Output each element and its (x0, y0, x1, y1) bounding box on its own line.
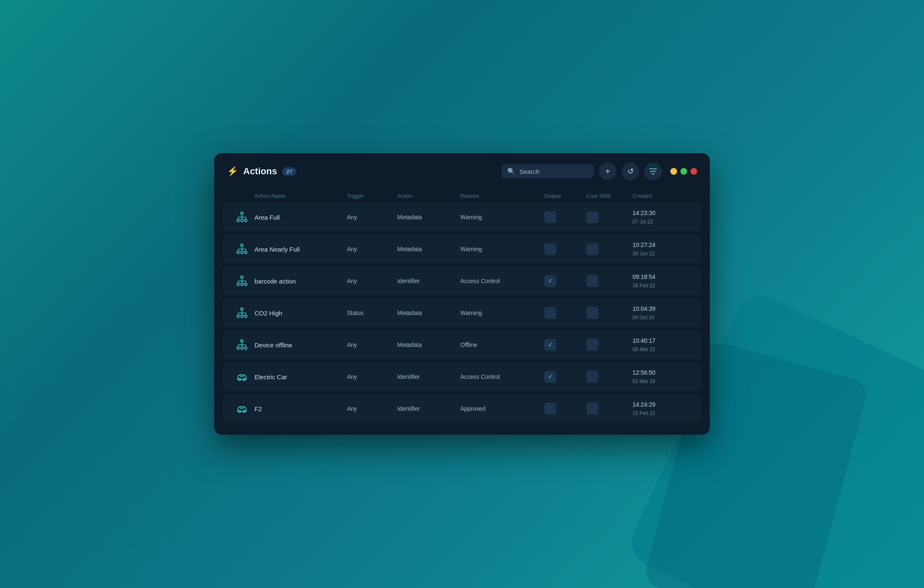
sms-cell[interactable] (586, 307, 633, 319)
created-cell: 10:04:39 04 Oct 24 (633, 304, 700, 322)
col-reason: Reason (460, 193, 544, 199)
table-row[interactable]: Area Full Any Metadata Warning 14:23:30 … (223, 203, 701, 231)
output-checkbox[interactable] (544, 211, 556, 223)
car-icon (229, 404, 255, 413)
app-window: ⚡ Actions 27 🔍 ✕ + ↺ (214, 153, 710, 435)
output-checkbox[interactable] (544, 243, 556, 255)
svg-point-19 (237, 283, 239, 286)
svg-point-18 (241, 276, 243, 278)
created-cell: 10:27:24 30 Jun 22 (633, 240, 700, 258)
car-icon (229, 372, 255, 381)
svg-point-28 (237, 315, 239, 318)
search-input[interactable] (520, 168, 599, 175)
action-name: Area Full (255, 214, 347, 221)
table-row[interactable]: F2 Any Identifier Approved 14:24:29 15 F… (223, 394, 701, 423)
svg-point-27 (241, 308, 243, 310)
col-trigger: Trigger (347, 193, 397, 199)
svg-point-36 (241, 340, 243, 342)
table-row[interactable]: CO2 High Status Metadata Warning 10:04:3… (223, 299, 701, 327)
add-button[interactable]: + (599, 163, 617, 180)
green-dot (680, 168, 687, 175)
trigger-cell: Any (347, 214, 397, 220)
table-row[interactable]: Area Nearly Full Any Metadata Warning 10… (223, 235, 701, 263)
svg-point-39 (244, 347, 247, 349)
output-cell[interactable] (544, 307, 586, 319)
output-checkbox[interactable]: ✓ (544, 371, 556, 383)
table-row[interactable]: Electric Car Any Identifier Access Contr… (223, 362, 701, 391)
yellow-dot (670, 168, 677, 175)
reason-cell: Access Control (460, 278, 544, 284)
sms-cell[interactable] (586, 339, 633, 351)
output-cell[interactable]: ✓ (544, 371, 586, 383)
svg-point-0 (241, 212, 243, 215)
lightning-icon: ⚡ (227, 166, 238, 177)
reason-cell: Warning (460, 214, 544, 220)
hierarchy-icon (229, 275, 255, 287)
sms-checkbox[interactable] (586, 211, 598, 223)
output-cell[interactable] (544, 211, 586, 223)
sms-checkbox[interactable] (586, 403, 598, 415)
action-cell: Identifier (397, 373, 460, 380)
header: ⚡ Actions 27 🔍 ✕ + ↺ (214, 153, 710, 189)
reason-cell: Approved (460, 405, 544, 412)
action-cell: Identifier (397, 405, 460, 412)
action-cell: Metadata (397, 246, 460, 252)
output-cell[interactable] (544, 243, 586, 255)
sms-checkbox[interactable] (586, 307, 598, 319)
sms-cell[interactable] (586, 275, 633, 287)
reason-cell: Access Control (460, 373, 544, 380)
output-cell[interactable] (544, 403, 586, 415)
svg-point-9 (241, 244, 243, 247)
created-cell: 14:23:30 07 Jul 22 (633, 208, 700, 226)
action-cell: Metadata (397, 310, 460, 316)
filter-icon (649, 168, 657, 174)
trigger-cell: Any (347, 405, 397, 412)
sms-cell[interactable] (586, 403, 633, 415)
svg-point-1 (237, 219, 239, 222)
output-cell[interactable]: ✓ (544, 275, 586, 287)
sms-cell[interactable] (586, 211, 633, 223)
search-box[interactable]: 🔍 ✕ (501, 164, 594, 178)
svg-point-10 (237, 251, 239, 254)
filter-button[interactable] (644, 163, 662, 180)
col-created: Created (633, 193, 700, 199)
reason-cell: Offline (460, 341, 544, 348)
trigger-cell: Status (347, 310, 397, 316)
sms-checkbox[interactable] (586, 339, 598, 351)
sms-checkbox[interactable] (586, 275, 598, 287)
action-cell: Metadata (397, 214, 460, 220)
svg-point-37 (237, 347, 239, 349)
hierarchy-icon (229, 339, 255, 351)
col-cust-sms: Cust SMS (586, 193, 633, 199)
refresh-button[interactable]: ↺ (622, 163, 639, 180)
action-name: CO2 High (255, 310, 347, 317)
output-cell[interactable]: ✓ (544, 339, 586, 351)
output-checkbox[interactable]: ✓ (544, 339, 556, 351)
window-controls (670, 168, 697, 175)
red-dot (690, 168, 697, 175)
svg-point-38 (241, 347, 243, 349)
reason-cell: Warning (460, 246, 544, 252)
output-checkbox[interactable] (544, 307, 556, 319)
hierarchy-icon (229, 243, 255, 255)
actions-count-badge: 27 (282, 167, 297, 176)
sms-checkbox[interactable] (586, 243, 598, 255)
svg-point-2 (241, 219, 243, 222)
svg-point-12 (244, 251, 247, 254)
table-row[interactable]: Device offline Any Metadata Offline ✓ 10… (223, 331, 701, 359)
reason-cell: Warning (460, 310, 544, 316)
created-cell: 09:18:54 16 Feb 22 (633, 272, 700, 290)
header-right: 🔍 ✕ + ↺ (501, 163, 697, 180)
svg-point-21 (244, 283, 247, 286)
svg-point-29 (241, 315, 243, 318)
output-checkbox[interactable] (544, 403, 556, 415)
action-name: barcode action (255, 278, 347, 285)
table-row[interactable]: barcode action Any Identifier Access Con… (223, 267, 701, 295)
created-cell: 12:56:50 01 Mar 24 (633, 368, 700, 386)
sms-cell[interactable] (586, 243, 633, 255)
trigger-cell: Any (347, 341, 397, 348)
output-checkbox[interactable]: ✓ (544, 275, 556, 287)
sms-cell[interactable] (586, 371, 633, 383)
svg-point-30 (244, 315, 247, 318)
sms-checkbox[interactable] (586, 371, 598, 383)
